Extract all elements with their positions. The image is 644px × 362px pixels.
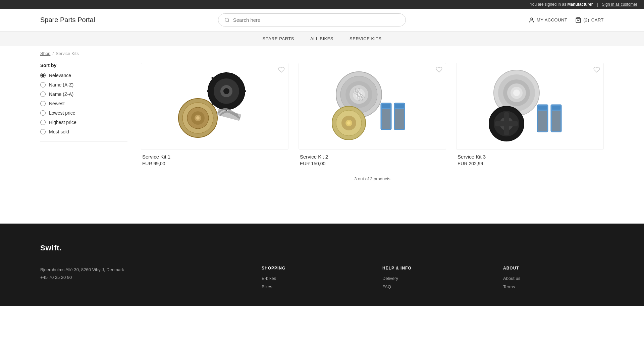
svg-point-7: [223, 88, 229, 94]
footer: Swift. Bjoernholms Allé 30, 8260 Viby J,…: [0, 224, 644, 306]
sort-label-name-az: Name (A-Z): [49, 82, 73, 87]
footer-content: Bjoernholms Allé 30, 8260 Viby J, Denmar…: [40, 266, 604, 293]
wishlist-button-1[interactable]: [278, 66, 285, 75]
nav-service-kits[interactable]: SERVICE KITS: [350, 36, 381, 41]
header-actions: MY ACCOUNT (2) CART: [529, 17, 604, 23]
product-info-2: Service Kit 2 EUR 150,00: [299, 150, 446, 166]
footer-logo: Swift.: [40, 244, 604, 252]
sort-option-lowest-price[interactable]: Lowest price: [40, 110, 127, 116]
svg-rect-56: [538, 106, 547, 110]
separator: |: [597, 2, 598, 7]
footer-about-title: ABOUT: [503, 266, 604, 270]
sort-label-lowest-price: Lowest price: [49, 110, 75, 116]
footer-address-line1: Bjoernholms Allé 30, 8260 Viby J, Denmar…: [40, 266, 241, 274]
footer-shopping-col: SHOPPING E-bikes Bikes: [262, 266, 362, 293]
search-input[interactable]: [233, 17, 399, 23]
product-card-3[interactable]: Service Kit 3 EUR 202,99: [456, 63, 604, 166]
breadcrumb-separator: /: [52, 51, 54, 56]
footer-shopping-title: SHOPPING: [262, 266, 362, 270]
footer-link-about-us[interactable]: About us: [503, 276, 604, 281]
search-icon: [224, 17, 230, 23]
sort-radio-newest[interactable]: [40, 101, 46, 106]
nav: SPARE PARTS ALL BIKES SERVICE KITS: [0, 32, 644, 46]
product-info-3: Service Kit 3 EUR 202,99: [456, 150, 604, 166]
product-image-2: [299, 63, 446, 150]
svg-rect-41: [395, 104, 404, 108]
sort-option-highest-price[interactable]: Highest price: [40, 120, 127, 125]
svg-rect-57: [538, 111, 547, 131]
product-price-2: EUR 150,00: [300, 161, 445, 166]
sidebar-divider: [40, 141, 127, 141]
breadcrumb: Shop / Service Kits: [40, 51, 604, 56]
footer-link-delivery[interactable]: Delivery: [382, 276, 483, 281]
footer-about-col: ABOUT About us Terms: [503, 266, 604, 293]
sort-radio-relevance[interactable]: [40, 73, 46, 78]
sort-label-newest: Newest: [49, 101, 65, 106]
footer-address: Bjoernholms Allé 30, 8260 Viby J, Denmar…: [40, 266, 241, 293]
product-price-3: EUR 202,99: [458, 161, 602, 166]
sort-radio-name-za[interactable]: [40, 92, 46, 97]
breadcrumb-shop[interactable]: Shop: [40, 51, 50, 56]
svg-rect-54: [495, 121, 518, 126]
svg-point-0: [225, 18, 229, 22]
cart-count: (2): [583, 17, 589, 22]
product-card-1[interactable]: Service Kit 1 EUR 99,00: [141, 63, 288, 166]
sign-in-as-customer-link[interactable]: Sign in as customer: [602, 2, 637, 7]
product-name-1: Service Kit 1: [142, 154, 287, 160]
wishlist-button-2[interactable]: [436, 66, 442, 75]
cart-button[interactable]: (2) CART: [575, 17, 604, 23]
product-illustration-3: [476, 69, 584, 143]
svg-rect-42: [395, 109, 404, 129]
sort-radio-most-sold[interactable]: [40, 129, 46, 134]
products-count: 3 out of 3 products: [141, 176, 604, 181]
sort-option-relevance[interactable]: Relevance: [40, 73, 127, 78]
sidebar: Sort by Relevance Name (A-Z) Name (Z-A) …: [40, 63, 127, 210]
sort-option-name-az[interactable]: Name (A-Z): [40, 82, 127, 87]
product-name-2: Service Kit 2: [300, 154, 445, 160]
footer-address-line2: +45 70 25 20 90: [40, 274, 241, 281]
product-name-3: Service Kit 3: [458, 154, 602, 160]
top-bar: You are signed in as Manufacturer | Sign…: [0, 0, 644, 9]
sort-radio-name-az[interactable]: [40, 82, 46, 87]
sort-radio-lowest-price[interactable]: [40, 110, 46, 116]
svg-rect-11: [243, 90, 246, 92]
svg-rect-60: [552, 111, 560, 131]
search-bar: [218, 13, 406, 26]
sort-option-name-za[interactable]: Name (Z-A): [40, 92, 127, 97]
product-price-1: EUR 99,00: [142, 161, 287, 166]
search-wrapper: [108, 13, 515, 26]
breadcrumb-current: Service Kits: [56, 51, 79, 56]
sort-radio-highest-price[interactable]: [40, 120, 46, 125]
svg-point-36: [347, 121, 351, 125]
product-image-1: [141, 63, 288, 150]
sort-option-most-sold[interactable]: Most sold: [40, 129, 127, 134]
svg-rect-8: [225, 72, 227, 75]
product-card-2[interactable]: Service Kit 2 EUR 150,00: [299, 63, 446, 166]
sort-by-label: Sort by: [40, 63, 127, 68]
svg-point-48: [513, 89, 520, 96]
nav-spare-parts[interactable]: SPARE PARTS: [263, 36, 294, 41]
footer-link-bikes[interactable]: Bikes: [262, 284, 362, 289]
footer-help-title: HELP & INFO: [382, 266, 483, 270]
account-icon: [529, 17, 535, 23]
cart-icon: [575, 17, 581, 23]
sort-label-name-za: Name (Z-A): [49, 92, 73, 97]
svg-rect-10: [207, 90, 210, 92]
sort-label-highest-price: Highest price: [49, 120, 76, 125]
product-illustration-2: [319, 69, 426, 143]
svg-rect-38: [382, 104, 390, 108]
nav-all-bikes[interactable]: ALL BIKES: [310, 36, 333, 41]
sort-options: Relevance Name (A-Z) Name (Z-A) Newest L…: [40, 73, 127, 134]
footer-link-terms[interactable]: Terms: [503, 284, 604, 289]
footer-link-ebikes[interactable]: E-bikes: [262, 276, 362, 281]
my-account-button[interactable]: MY ACCOUNT: [529, 17, 567, 23]
logo: Spare Parts Portal: [40, 16, 95, 24]
product-info-1: Service Kit 1 EUR 99,00: [141, 150, 288, 166]
svg-rect-39: [382, 109, 390, 129]
sort-label-relevance: Relevance: [49, 73, 71, 78]
footer-link-faq[interactable]: FAQ: [382, 284, 483, 289]
my-account-label: MY ACCOUNT: [537, 17, 567, 22]
sort-option-newest[interactable]: Newest: [40, 101, 127, 106]
wishlist-button-3[interactable]: [593, 66, 600, 75]
breadcrumb-wrap: Shop / Service Kits: [0, 46, 644, 56]
